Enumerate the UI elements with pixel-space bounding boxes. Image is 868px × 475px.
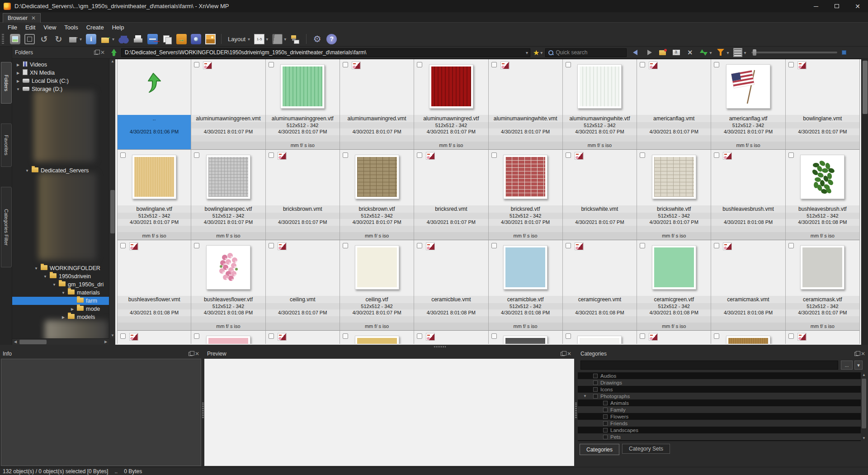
chevron-down-icon[interactable]: ▾ xyxy=(80,37,82,42)
select-checkbox[interactable] xyxy=(343,333,348,339)
category-checkbox[interactable] xyxy=(603,408,608,412)
rotate-right-button[interactable]: ↻ xyxy=(53,34,64,44)
chevron-down-icon[interactable]: ▾ xyxy=(248,37,250,42)
panel-splitter[interactable] xyxy=(575,403,577,418)
category-checkbox[interactable] xyxy=(593,394,598,399)
tree-hscroll-thumb[interactable] xyxy=(19,340,47,344)
tree-item-mode[interactable]: ▶mode xyxy=(12,305,109,313)
find-button[interactable] xyxy=(118,34,129,44)
tab-category-sets[interactable]: Category Sets xyxy=(622,444,670,454)
export-button[interactable] xyxy=(176,34,187,44)
select-checkbox[interactable] xyxy=(788,333,794,339)
scroll-up-icon[interactable]: ▲ xyxy=(109,59,116,64)
tree-horizontal-scrollbar[interactable]: ◀ ▶ xyxy=(12,338,109,345)
file-cell[interactable] xyxy=(340,331,414,344)
file-cell-ceramicmask-vtf[interactable]: ceramicmask.vtf512x512 - 3424/30/2021 8:… xyxy=(786,240,860,331)
folder-tree-button[interactable] xyxy=(290,34,301,44)
panel-splitter[interactable] xyxy=(202,403,204,418)
scroll-up-icon[interactable]: ▲ xyxy=(861,372,867,378)
select-checkbox[interactable] xyxy=(417,152,422,158)
select-checkbox[interactable] xyxy=(714,152,719,158)
slideshow-button[interactable] xyxy=(205,34,216,44)
category-dropdown-button[interactable]: ▾ xyxy=(854,361,863,370)
file-cell-ceramicgreen-vtf[interactable]: ceramicgreen.vtf512x512 - 3424/30/2021 8… xyxy=(637,240,711,331)
favorites-button[interactable]: ★▾ xyxy=(533,48,542,57)
select-checkbox[interactable] xyxy=(417,333,422,339)
select-checkbox[interactable] xyxy=(120,152,126,158)
settings-button[interactable]: ⚙ xyxy=(312,34,322,44)
file-cell-bushleavesbrush-vmt[interactable]: bushleavesbrush.vmt4/30/2021 8:01:08 PM xyxy=(711,150,785,240)
select-checkbox[interactable] xyxy=(714,333,719,339)
select-checkbox[interactable] xyxy=(640,152,645,158)
categories-scrollbar[interactable]: ▲ ▼ xyxy=(861,372,867,441)
file-cell-bricksred-vtf[interactable]: bricksred.vtf512x512 - 3424/30/2021 8:01… xyxy=(489,150,563,240)
maximize-button[interactable] xyxy=(826,0,847,12)
select-checkbox[interactable] xyxy=(491,243,497,248)
close-panel-icon[interactable]: ✕ xyxy=(861,352,865,356)
file-cell-ceramicmask-vmt[interactable]: ceramicmask.vmt4/30/2021 8:01:08 PM xyxy=(711,240,785,331)
tree-scroll-thumb[interactable] xyxy=(110,190,115,233)
menu-view[interactable]: View xyxy=(39,24,60,31)
path-dropdown-icon[interactable]: ▾ xyxy=(526,50,528,55)
file-cell-aluminumawningred-vmt[interactable]: aluminumawningred.vmt4/30/2021 8:01:07 P… xyxy=(340,59,414,150)
chevron-down-icon[interactable]: ▼ xyxy=(61,291,66,295)
category-item-friends[interactable]: Friends xyxy=(578,420,861,427)
tree-item-xn-media[interactable]: ▶XN Media xyxy=(12,69,109,77)
sidebar-tab-folders[interactable]: Folders xyxy=(1,62,12,104)
select-checkbox[interactable] xyxy=(491,62,497,67)
file-cell-americanflag-vtf[interactable]: americanflag.vtf512x512 - 3424/30/2021 8… xyxy=(711,59,785,150)
chevron-down-icon[interactable]: ▾ xyxy=(266,37,268,42)
delete-button[interactable] xyxy=(685,48,694,57)
file-cell-bowlinglane-vtf[interactable]: bowlinglane.vtf512x512 - 3424/30/2021 8:… xyxy=(117,150,191,240)
acquire-button[interactable] xyxy=(147,34,158,44)
tree-item-workingfolder[interactable]: ▼WORKINGFOLDER xyxy=(12,264,109,272)
layout-button[interactable]: Layout▾ xyxy=(227,36,250,43)
sidebar-tab-favorites[interactable]: Favorites xyxy=(1,124,12,167)
close-button[interactable]: ✕ xyxy=(847,0,868,12)
select-checkbox[interactable] xyxy=(269,62,274,67)
select-checkbox[interactable] xyxy=(269,243,274,248)
select-checkbox[interactable] xyxy=(640,333,645,339)
minimize-button[interactable]: ─ xyxy=(806,0,826,12)
close-panel-icon[interactable]: ✕ xyxy=(195,352,199,356)
select-checkbox[interactable] xyxy=(714,62,719,67)
file-cell-americanflag-vmt[interactable]: americanflag.vmt4/30/2021 8:01:07 PM xyxy=(637,59,711,150)
batch-convert-button[interactable] xyxy=(162,34,172,44)
chevron-down-icon[interactable]: ▾ xyxy=(709,50,712,55)
category-checkbox[interactable] xyxy=(593,374,598,378)
category-checkbox[interactable] xyxy=(603,414,608,419)
select-checkbox[interactable] xyxy=(640,62,645,67)
scroll-left-icon[interactable]: ◀ xyxy=(12,339,19,345)
view-mode-button[interactable]: ▾ xyxy=(733,48,746,57)
category-item-photographs[interactable]: ▼Photographs xyxy=(578,393,861,399)
select-checkbox[interactable] xyxy=(640,243,645,248)
select-checkbox[interactable] xyxy=(120,333,126,339)
select-checkbox[interactable] xyxy=(491,152,497,158)
select-checkbox[interactable] xyxy=(788,243,794,248)
select-checkbox[interactable] xyxy=(788,152,794,158)
file-cell[interactable] xyxy=(191,331,265,344)
file-cell[interactable] xyxy=(266,331,340,344)
file-cell-brickswhite-vtf[interactable]: brickswhite.vtf512x512 - 3424/30/2021 8:… xyxy=(637,150,711,240)
scroll-right-icon[interactable]: ▶ xyxy=(103,339,109,345)
menu-create[interactable]: Create xyxy=(82,24,108,31)
chevron-down-icon[interactable]: ▾ xyxy=(744,50,746,55)
file-cell-ceiling-vmt[interactable]: ceiling.vmt4/30/2021 8:01:07 PM xyxy=(266,240,340,331)
print-button[interactable] xyxy=(133,34,143,44)
select-checkbox[interactable] xyxy=(491,333,497,339)
capture-button[interactable] xyxy=(191,34,201,44)
category-checkbox[interactable] xyxy=(593,380,598,385)
toolbar-grip[interactable] xyxy=(2,34,4,44)
file-cell[interactable] xyxy=(786,331,860,344)
new-folder-button[interactable] xyxy=(658,48,667,57)
select-checkbox[interactable] xyxy=(194,62,199,67)
select-checkbox[interactable] xyxy=(714,243,719,248)
file-cell-ceiling-vtf[interactable]: ceiling.vtf512x512 - 3424/30/2021 8:01:0… xyxy=(340,240,414,331)
tab-categories[interactable]: Categories xyxy=(580,444,619,455)
menu-edit[interactable]: Edit xyxy=(21,24,39,31)
file-cell-aluminumawningwhite-vtf[interactable]: aluminumawningwhite.vtf512x512 - 3424/30… xyxy=(563,59,637,150)
select-checkbox[interactable] xyxy=(269,152,274,158)
select-checkbox[interactable] xyxy=(194,333,199,339)
select-checkbox[interactable] xyxy=(566,243,571,248)
tab-close-icon[interactable]: ✕ xyxy=(31,15,36,21)
